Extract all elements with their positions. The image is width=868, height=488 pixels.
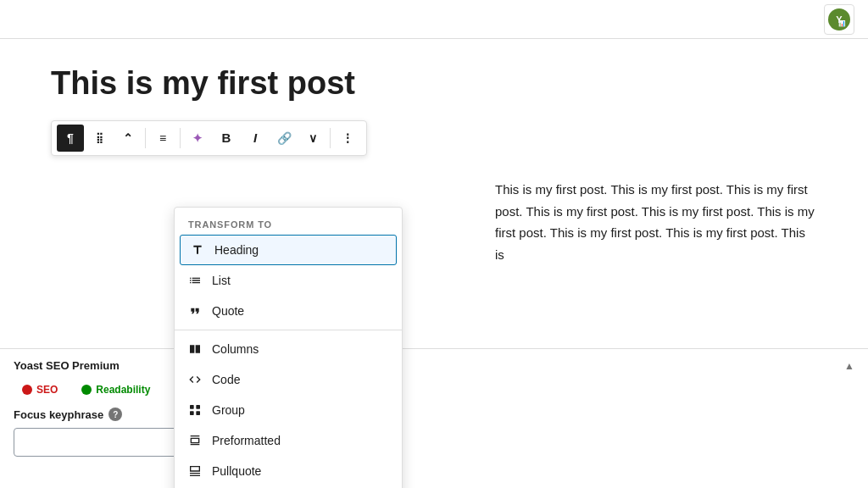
svg-rect-3 <box>196 411 200 415</box>
columns-label: Columns <box>212 342 259 356</box>
sparkle-icon: ✦ <box>192 131 203 145</box>
code-icon <box>186 371 203 388</box>
paragraph-type-button[interactable]: ¶ <box>57 125 84 152</box>
tab-readability[interactable]: Readability <box>73 380 159 399</box>
group-label: Group <box>212 403 245 417</box>
align-button[interactable]: ≡ <box>149 125 176 152</box>
group-icon <box>186 402 203 419</box>
divider-2 <box>180 128 181 148</box>
preformatted-icon <box>186 432 203 449</box>
readability-status-dot <box>81 385 92 395</box>
italic-button[interactable]: I <box>242 125 269 152</box>
quote-icon <box>186 302 203 319</box>
heading-label: Heading <box>214 243 259 257</box>
yoast-panel-title: Yoast SEO Premium <box>14 359 120 372</box>
list-label: List <box>212 274 231 287</box>
focus-keyphrase-label: Focus keyphrase <box>14 408 103 421</box>
collapse-button[interactable]: ▲ <box>844 360 854 372</box>
readability-tab-label: Readability <box>96 384 150 396</box>
post-content: This is my first post. This is my first … <box>495 179 817 265</box>
menu-divider <box>175 330 402 330</box>
menu-item-pullquote[interactable]: Pullquote <box>175 456 402 486</box>
move-button[interactable]: ⌃ <box>114 125 142 152</box>
ellipsis-icon: ⋮ <box>342 131 353 145</box>
menu-item-preformatted[interactable]: Preformatted <box>175 425 402 456</box>
align-icon: ≡ <box>159 131 166 145</box>
tab-seo[interactable]: SEO <box>14 380 66 399</box>
chevron-updown-icon: ⌃ <box>123 131 133 145</box>
svg-rect-0 <box>190 405 194 409</box>
menu-item-heading[interactable]: Heading <box>180 235 397 265</box>
transform-label: TRANSFORM TO <box>175 213 402 235</box>
code-label: Code <box>212 373 240 386</box>
divider-3 <box>330 128 331 148</box>
seo-tab-label: SEO <box>36 384 58 396</box>
block-toolbar: ¶ ⣿ ⌃ ≡ ✦ B I <box>51 120 367 156</box>
chevron-down-icon: ∨ <box>309 131 317 145</box>
seo-status-dot <box>22 385 32 395</box>
columns-icon <box>186 341 203 358</box>
quote-label: Quote <box>212 304 244 318</box>
paragraph-icon: ¶ <box>67 131 74 145</box>
italic-label: I <box>253 130 257 145</box>
menu-item-list[interactable]: List <box>175 265 402 296</box>
yoast-panel: Yoast SEO Premium ▲ SEO Readability Focu… <box>0 348 868 488</box>
menu-item-quote[interactable]: Quote <box>175 296 402 326</box>
yoast-button[interactable]: Y 📊 <box>824 4 854 35</box>
more-rich-text-button[interactable]: ∨ <box>299 125 326 152</box>
yoast-title-row: Yoast SEO Premium ▲ <box>14 359 854 372</box>
bold-label: B <box>222 130 231 145</box>
svg-rect-1 <box>196 405 200 409</box>
drag-icon: ⣿ <box>96 132 103 144</box>
top-bar: Y 📊 <box>0 0 868 39</box>
list-icon <box>186 272 203 289</box>
ai-button[interactable]: ✦ <box>184 125 211 152</box>
menu-item-group[interactable]: Group <box>175 395 402 425</box>
yoast-logo: Y 📊 <box>828 8 850 30</box>
help-icon[interactable]: ? <box>108 408 122 421</box>
heading-icon <box>189 241 206 258</box>
menu-item-columns[interactable]: Columns <box>175 334 402 364</box>
pullquote-label: Pullquote <box>212 464 261 478</box>
post-title[interactable]: This is my first post <box>51 64 817 103</box>
divider-1 <box>145 128 146 148</box>
options-button[interactable]: ⋮ <box>334 125 361 152</box>
preformatted-label: Preformatted <box>212 434 281 447</box>
svg-rect-2 <box>190 411 194 415</box>
focus-keyphrase-row: Focus keyphrase ? <box>14 408 854 421</box>
drag-button[interactable]: ⣿ <box>86 125 113 152</box>
transform-dropdown: TRANSFORM TO Heading List <box>174 207 403 488</box>
yoast-tabs: SEO Readability <box>14 380 854 399</box>
link-icon: 🔗 <box>277 131 292 145</box>
bold-button[interactable]: B <box>213 125 240 152</box>
menu-item-code[interactable]: Code <box>175 364 402 395</box>
link-button[interactable]: 🔗 <box>270 125 298 152</box>
pullquote-icon <box>186 463 203 480</box>
